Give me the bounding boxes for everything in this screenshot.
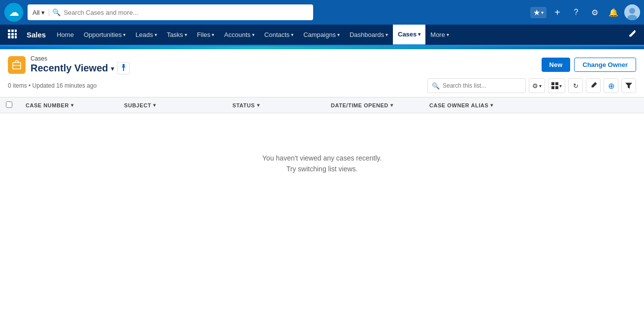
- content-area: Cases Recently Viewed ▾ New Change Owner…: [0, 49, 644, 322]
- select-all-checkbox[interactable]: [6, 101, 12, 108]
- app-launcher-icon[interactable]: [4, 30, 21, 40]
- empty-state: You haven't viewed any cases recently. T…: [0, 113, 644, 214]
- chevron-down-icon: ▾: [559, 83, 562, 89]
- sort-icon: ▾: [490, 102, 493, 108]
- svg-rect-7: [15, 30, 17, 32]
- nav-item-files[interactable]: Files ▾: [192, 25, 219, 46]
- pin-view-button[interactable]: [117, 62, 130, 74]
- svg-rect-16: [551, 82, 554, 85]
- chevron-down-icon: ▾: [386, 32, 388, 37]
- cases-table: Case Number ▾ Subject ▾ Status ▾: [0, 97, 644, 113]
- chevron-down-icon: ▾: [291, 32, 293, 37]
- nav-item-home[interactable]: Home: [52, 25, 79, 46]
- cases-object-icon: [8, 56, 26, 74]
- edit-columns-button[interactable]: [586, 78, 601, 93]
- add-new-button[interactable]: +: [549, 4, 565, 20]
- sort-icon: ▾: [71, 102, 74, 108]
- chevron-down-icon: ▾: [212, 32, 214, 37]
- nav-item-accounts[interactable]: Accounts ▾: [219, 25, 259, 46]
- cases-title-section: Cases Recently Viewed ▾: [8, 55, 130, 74]
- svg-rect-18: [551, 86, 554, 89]
- favorites-button[interactable]: ★ ▾: [530, 7, 547, 18]
- chevron-down-icon: ▾: [541, 10, 544, 15]
- nav-item-more[interactable]: More ▾: [425, 25, 454, 46]
- chevron-down-icon: ▾: [123, 32, 126, 37]
- gear-icon: ⚙: [591, 8, 598, 17]
- chevron-down-icon: ▾: [185, 32, 187, 37]
- nav-item-campaigns[interactable]: Campaigns ▾: [298, 25, 345, 46]
- list-view-toggle-button[interactable]: ▾: [548, 78, 565, 93]
- cases-view-name: Recently Viewed ▾: [31, 62, 130, 74]
- filter-button[interactable]: [621, 78, 636, 93]
- list-search-input[interactable]: [443, 82, 521, 89]
- search-icon: 🔍: [52, 8, 61, 16]
- plus-icon: +: [554, 7, 560, 18]
- sort-icon: ▾: [257, 102, 260, 108]
- nav-item-tasks[interactable]: Tasks ▾: [162, 25, 192, 46]
- svg-point-3: [629, 8, 635, 14]
- nav-edit-button[interactable]: [624, 30, 640, 40]
- svg-rect-17: [555, 82, 558, 85]
- bulk-action-button[interactable]: ⊕: [604, 78, 618, 93]
- svg-text:☁: ☁: [9, 6, 19, 18]
- case-number-column-header[interactable]: Case Number ▾: [20, 97, 118, 113]
- main-navigation: Sales Home Opportunities ▾ Leads ▾ Tasks…: [0, 25, 644, 46]
- svg-rect-12: [11, 36, 14, 38]
- list-settings-button[interactable]: ⚙ ▾: [529, 78, 545, 93]
- global-search-bar: All ▾ 🔍: [28, 4, 313, 20]
- empty-state-line2: Try switching list views.: [10, 163, 634, 174]
- sort-icon: ▾: [390, 102, 393, 108]
- nav-item-cases[interactable]: Cases ▾: [393, 25, 425, 46]
- svg-rect-19: [555, 86, 558, 89]
- search-scope-dropdown[interactable]: All ▾: [32, 9, 49, 16]
- datetime-column-header[interactable]: Date/Time Opened ▾: [325, 97, 423, 113]
- list-controls: 0 items • Updated 16 minutes ago 🔍 ⚙ ▾ ▾: [0, 74, 644, 97]
- bell-icon: 🔔: [609, 8, 618, 17]
- list-meta: 0 items • Updated 16 minutes ago: [8, 82, 97, 89]
- cases-breadcrumb: Cases: [31, 55, 130, 62]
- circle-icon: ⊕: [608, 81, 614, 91]
- refresh-button[interactable]: ↻: [568, 78, 583, 93]
- cases-header-actions: New Change Owner: [542, 58, 636, 72]
- nav-item-leads[interactable]: Leads ▾: [130, 25, 161, 46]
- chevron-down-icon: ▾: [539, 83, 542, 89]
- chevron-down-icon: ▾: [337, 32, 340, 37]
- svg-rect-8: [8, 33, 10, 35]
- list-actions: 🔍 ⚙ ▾ ▾ ↻: [427, 78, 636, 93]
- app-name: Sales: [21, 25, 52, 46]
- chevron-down-icon: ▾: [447, 32, 449, 37]
- svg-rect-5: [8, 30, 10, 32]
- svg-rect-10: [15, 33, 17, 35]
- status-column-header[interactable]: Status ▾: [226, 97, 325, 113]
- change-owner-button[interactable]: Change Owner: [574, 58, 636, 72]
- salesforce-logo[interactable]: ☁: [4, 2, 24, 22]
- owner-column-header[interactable]: Case Owner Alias ▾: [423, 97, 644, 113]
- search-icon: 🔍: [432, 82, 440, 90]
- refresh-icon: ↻: [573, 82, 579, 90]
- nav-item-opportunities[interactable]: Opportunities ▾: [79, 25, 130, 46]
- svg-rect-13: [15, 36, 17, 38]
- star-icon: ★: [533, 8, 540, 17]
- subject-column-header[interactable]: Subject ▾: [118, 97, 226, 113]
- svg-rect-9: [11, 33, 14, 35]
- setup-button[interactable]: ⚙: [587, 4, 603, 20]
- select-all-column-header[interactable]: [0, 97, 20, 113]
- notifications-button[interactable]: 🔔: [606, 4, 621, 20]
- global-search-input[interactable]: [64, 9, 308, 16]
- view-selector-button[interactable]: ▾: [111, 64, 114, 72]
- chevron-down-icon: ▾: [155, 32, 157, 37]
- svg-rect-11: [8, 36, 10, 38]
- list-search-bar[interactable]: 🔍: [427, 78, 526, 93]
- help-icon: ?: [574, 8, 579, 17]
- help-button[interactable]: ?: [568, 4, 584, 20]
- user-avatar[interactable]: [624, 4, 640, 20]
- nav-item-dashboards[interactable]: Dashboards ▾: [345, 25, 393, 46]
- nav-item-contacts[interactable]: Contacts ▾: [259, 25, 298, 46]
- empty-state-line1: You haven't viewed any cases recently.: [10, 153, 634, 163]
- top-navigation-bar: ☁ All ▾ 🔍 ★ ▾ + ? ⚙ 🔔: [0, 0, 644, 25]
- chevron-down-icon: ▾: [252, 32, 255, 37]
- chevron-down-icon: ▾: [418, 32, 420, 37]
- sort-icon: ▾: [153, 102, 156, 108]
- new-case-button[interactable]: New: [542, 58, 571, 72]
- cases-header: Cases Recently Viewed ▾ New Change Owner: [0, 49, 644, 74]
